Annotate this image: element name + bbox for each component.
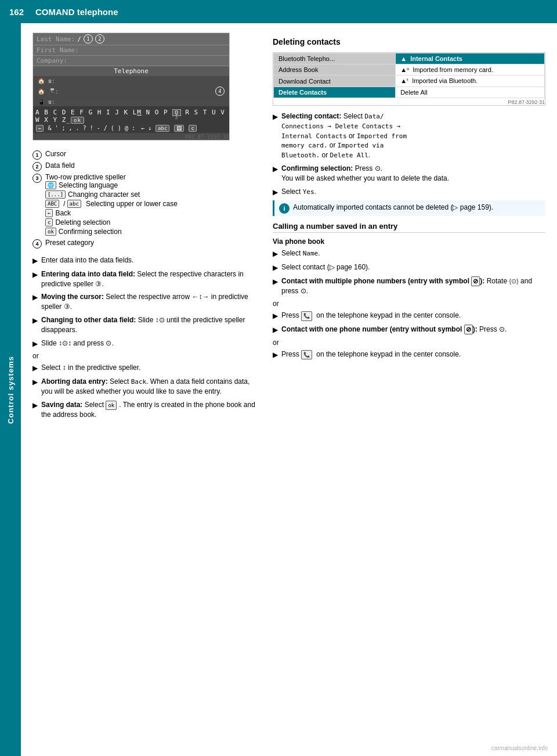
abc-btn[interactable]: abc xyxy=(155,125,169,132)
page-title: COMAND telephone xyxy=(35,7,118,17)
del-table-row-1: Bluetooth Telepho... ▲ Internal Contacts xyxy=(274,53,545,64)
arrow-icon-one: ▶ xyxy=(273,325,278,335)
symbol-icon-multi: ⊘ xyxy=(471,276,480,286)
charset-icon: [...] xyxy=(45,190,66,199)
part-number-left: P82.87·3291·31 xyxy=(33,134,229,140)
del-table-row-3: Download Contact ▲ᵗ Imported via Bluetoo… xyxy=(274,75,545,87)
img-btn[interactable]: 🖼 xyxy=(174,125,184,132)
confirming-selection: ▶ Confirming selection: Press ⊙.You will… xyxy=(273,164,545,183)
company-label: Company: xyxy=(37,57,67,64)
arrow-icon-8: ▶ xyxy=(32,401,38,411)
symbol-icon-one: ⊘ xyxy=(464,325,473,334)
legend-text-4: Preset category xyxy=(45,239,94,247)
keyboard-row: A B C D E F G H I J K LM N O P Q3 R S T … xyxy=(33,106,229,133)
del-mockup: Bluetooth Telepho... ▲ Internal Contacts… xyxy=(273,52,545,106)
sub-items: 🌐 Selecting language [...] Changing char… xyxy=(45,181,178,236)
arrow-icon-2: ▶ xyxy=(32,270,38,280)
rotate-icon: {⊙} xyxy=(509,278,518,285)
ok-icon: ok xyxy=(45,228,56,236)
legend-text-1: Cursor xyxy=(45,150,66,158)
arrow-icon-5: ▶ xyxy=(32,339,38,349)
first-name-label: First Name: xyxy=(37,46,79,54)
abc-lower-icon: abc xyxy=(67,200,81,208)
bullet-enter-data: ▶ Enter data into the data fields. xyxy=(32,255,259,266)
right-column: Deleting contacts Bluetooth Telepho... ▲… xyxy=(273,33,545,423)
legend-num-1: 1 xyxy=(32,150,42,160)
del-table: Bluetooth Telepho... ▲ Internal Contacts… xyxy=(273,53,545,98)
icon-row-2: 🏠 📠: 4 xyxy=(33,85,229,97)
arrow-icon-7: ▶ xyxy=(32,377,38,387)
footer-watermark: carmanualsonline.info xyxy=(491,745,548,751)
bullet-entering-data-field: ▶ Entering data into data field: Select … xyxy=(32,269,259,289)
download-contact-item: Download Contact xyxy=(274,75,396,87)
abc-case-icon: ABC xyxy=(45,200,59,208)
back-btn[interactable]: ← xyxy=(36,125,44,132)
arrow-icon-sel: ▶ xyxy=(273,112,278,122)
imported-memory-item: ▲ⁿ Imported from memory card. xyxy=(396,64,545,75)
ui-mockup: Last Name: / 1 2 First Name: Company: Te… xyxy=(32,33,230,141)
arrow-icon-keypad2: ▶ xyxy=(273,350,278,360)
arrow-icon-name: ▶ xyxy=(273,249,278,259)
legend-item-4: 4 Preset category xyxy=(32,239,259,249)
icon-row-3: 📱 ☎: xyxy=(33,97,229,106)
bullet-slide-press: ▶ Slide ↕⊙↕ and press ⊙. xyxy=(32,339,259,349)
bluetooth-item: Bluetooth Telepho... xyxy=(274,53,396,64)
main-content: Last Name: / 1 2 First Name: Company: Te… xyxy=(21,23,557,433)
c-btn[interactable]: c xyxy=(189,125,196,132)
telephone-header: Telephone xyxy=(33,66,229,76)
sub-item-language: 🌐 Selecting language xyxy=(45,181,178,189)
header-bar: 162 COMAND telephone xyxy=(0,0,557,23)
or-text-1: or xyxy=(32,352,259,360)
or-text-2: or xyxy=(273,300,545,308)
bullet-select-arrow: ▶ Select ↕ in the predictive speller. xyxy=(32,363,259,373)
keyboard-letters: A B C D E F G H I J K LM N O P Q3 R S T … xyxy=(35,109,227,124)
arrow-icon-3: ▶ xyxy=(32,293,38,303)
del-table-row-2: Address Book ▲ⁿ Imported from memory car… xyxy=(274,64,545,75)
info-box: i Automatically imported contacts cannot… xyxy=(273,200,545,216)
legend-item-2: 2 Data field xyxy=(32,161,259,171)
keyboard-symbols: ← & ' ; , . ? ! - / ( ) @ : ← ↓ abc 🖼 c xyxy=(35,125,227,132)
info-text: Automatically imported contacts cannot b… xyxy=(293,203,493,213)
last-name-label: Last Name: xyxy=(37,35,75,43)
select-yes: ▶ Select Yes. xyxy=(273,187,545,197)
sub-item-language-text: Selecting language xyxy=(59,181,118,189)
press-keypad-2: ▶ Press 📞 on the telephone keypad in the… xyxy=(273,350,545,360)
sidebar-label: Control systems xyxy=(0,23,21,756)
legend-num-4: 4 xyxy=(32,239,42,249)
ok-btn[interactable]: ok xyxy=(71,117,84,124)
bullet-list: ▶ Enter data into the data fields. ▶ Ent… xyxy=(32,255,259,420)
sub-item-back-text: Back xyxy=(55,209,71,217)
select-contact: ▶ Select contact (▷ page 160). xyxy=(273,262,545,273)
internal-contacts-header: ▲ Internal Contacts xyxy=(396,53,545,64)
bullet-aborting: ▶ Aborting data entry: Select Back. When… xyxy=(32,377,259,397)
bullet-moving-cursor: ▶ Moving the cursor: Select the respecti… xyxy=(32,292,259,312)
sidebar-text: Control systems xyxy=(6,356,15,424)
legend: 1 Cursor 2 Data field 3 Two-row predicti… xyxy=(32,150,259,249)
legend-text-3: Two-row predictive speller xyxy=(45,173,126,181)
legend-text-2: Data field xyxy=(45,161,75,170)
sub-item-back: ← Back xyxy=(45,209,178,217)
sub-item-charset-text: Changing character set xyxy=(68,190,140,199)
info-icon: i xyxy=(279,203,290,214)
contact-multiple-numbers: ▶ Contact with multiple phone numbers (e… xyxy=(273,276,545,296)
circle-2: 2 xyxy=(95,34,104,44)
deleting-contacts-title: Deleting contacts xyxy=(273,37,545,46)
back-icon: ← xyxy=(45,209,53,217)
sub-item-delete: c Deleting selection xyxy=(45,218,178,226)
language-icon: 🌐 xyxy=(45,181,56,189)
contact-one-number: ▶ Contact with one phone number (entry w… xyxy=(273,325,545,335)
call-icon-2: 📞 xyxy=(301,350,312,360)
cursor-slash: / xyxy=(77,35,81,43)
legend-num-3: 3 xyxy=(32,174,42,183)
select-name: ▶ Select Name. xyxy=(273,249,545,259)
sub-item-delete-text: Deleting selection xyxy=(55,218,110,226)
arrow-icon-1: ▶ xyxy=(32,256,38,266)
legend-item-1: 1 Cursor xyxy=(32,150,259,160)
calling-section-title: Calling a number saved in an entry xyxy=(273,222,545,233)
imported-bluetooth-item: ▲ᵗ Imported via Bluetooth. xyxy=(396,75,545,87)
page-number: 162 xyxy=(9,7,24,17)
arrow-icon-contact: ▶ xyxy=(273,263,278,273)
press-keypad-1: ▶ Press 📞 on the telephone keypad in the… xyxy=(273,311,545,321)
sub-item-confirm: ok Confirming selection xyxy=(45,228,178,236)
address-book-item: Address Book xyxy=(274,64,396,75)
